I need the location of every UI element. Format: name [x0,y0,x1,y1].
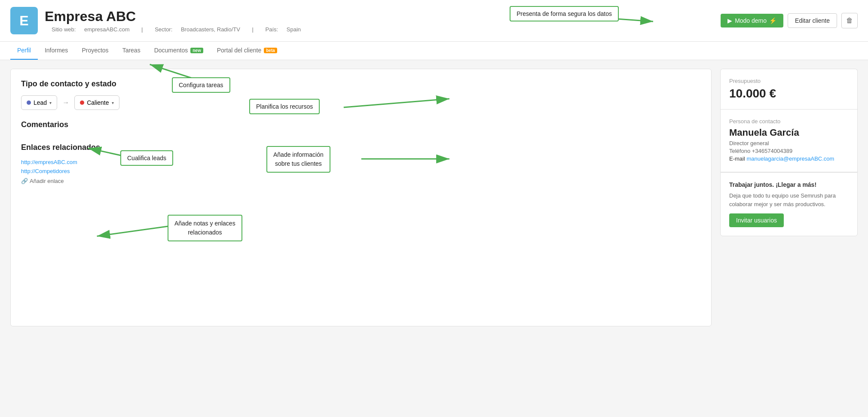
lead-label: Lead [34,99,47,106]
annotation-clientes: Añade informaciónsobre tus clientes [266,146,330,173]
lead-chevron: ▾ [49,100,52,105]
play-icon: ▶ [727,17,732,24]
contact-title: Director general [729,140,849,146]
budget-label: Presupuesto [729,78,849,84]
edit-client-button[interactable]: Editar cliente [788,13,837,28]
contact-card: Persona de contacto Manuela García Direc… [720,109,858,172]
documentos-badge: new [190,48,203,53]
company-avatar: E [10,7,38,34]
tab-tareas[interactable]: Tareas [116,42,147,60]
comments-section: Comentarios [21,120,701,129]
collab-card: Trabajar juntos. ¡Llegar a más! Deja que… [720,172,858,236]
delete-button[interactable]: 🗑 [841,13,858,28]
top-actions: ▶ Modo demo ⚡ Editar cliente 🗑 [721,13,858,28]
main-content: Tipo de contacto y estado Lead ▾ → Calie… [0,60,868,335]
status-arrow: → [62,99,69,107]
annotation-notas: Añade notas y enlacesrelacionados [168,215,242,241]
link-icon: 🔗 [21,178,28,184]
invite-button[interactable]: Invitar usuarios [729,213,784,227]
right-panel: Presupuesto 10.000 € Persona de contacto… [720,69,858,326]
top-bar: E Empresa ABC Sitio web: empresaABC.com … [0,0,868,42]
lightning-icon: ⚡ [769,17,776,24]
link-item-2[interactable]: http://Competidores [21,168,701,174]
add-link-btn[interactable]: 🔗 Añadir enlace [21,178,701,184]
contact-type-title: Tipo de contacto y estado [21,79,701,88]
contact-email: E-mail manuelagarcia@empresaABC.com [729,155,849,162]
add-link-label: Añadir enlace [30,178,64,184]
company-name: Empresa ABC [45,9,308,24]
tab-perfil[interactable]: Perfil [10,42,38,60]
lead-dropdown[interactable]: Lead ▾ [21,95,57,110]
sector-label: Sector: Broadcasters, Radio/TV [151,26,244,33]
tabs-bar: Perfil Informes Proyectos Tareas Documen… [0,42,868,60]
budget-card: Presupuesto 10.000 € [720,69,858,109]
annotation-planifica-recursos: Planifica los recursos [249,99,320,114]
company-details: Empresa ABC Sitio web: empresaABC.com | … [45,9,308,33]
contact-phone: Teléfono +346574004389 [729,148,849,154]
contact-name: Manuela García [729,127,849,138]
tab-portal[interactable]: Portal del cliente beta [210,42,284,60]
annotation-modo-demo: Presenta de forma segura los datos [510,6,619,21]
company-meta: Sitio web: empresaABC.com | Sector: Broa… [45,26,308,33]
collab-desc: Deja que todo tu equipo use Semrush para… [729,192,849,208]
collab-title: Trabajar juntos. ¡Llegar a más! [729,181,849,188]
budget-value: 10.000 € [729,87,849,100]
demo-button[interactable]: ▶ Modo demo ⚡ [721,14,783,27]
portal-badge: beta [264,48,277,53]
caliente-dot [80,100,84,105]
tab-proyectos[interactable]: Proyectos [75,42,115,60]
left-panel: Tipo de contacto y estado Lead ▾ → Calie… [10,69,712,326]
comments-title: Comentarios [21,120,701,129]
company-info: E Empresa ABC Sitio web: empresaABC.com … [10,7,308,34]
country-label: País: Spain [262,26,305,33]
caliente-chevron: ▾ [112,100,114,105]
website-label: Sitio web: empresaABC.com [48,26,133,33]
contact-type-row: Lead ▾ → Caliente ▾ [21,95,701,110]
contact-email-link[interactable]: manuelagarcia@empresaABC.com [746,155,834,162]
caliente-dropdown[interactable]: Caliente ▾ [74,95,119,110]
annotation-configura-tareas: Configura tareas [172,77,230,93]
contact-label: Persona de contacto [729,118,849,125]
tab-documentos[interactable]: Documentos new [147,42,210,60]
lead-dot [27,100,31,105]
annotation-cualifica-leads: Cualifica leads [120,150,173,166]
caliente-label: Caliente [87,99,109,106]
tab-informes[interactable]: Informes [38,42,75,60]
